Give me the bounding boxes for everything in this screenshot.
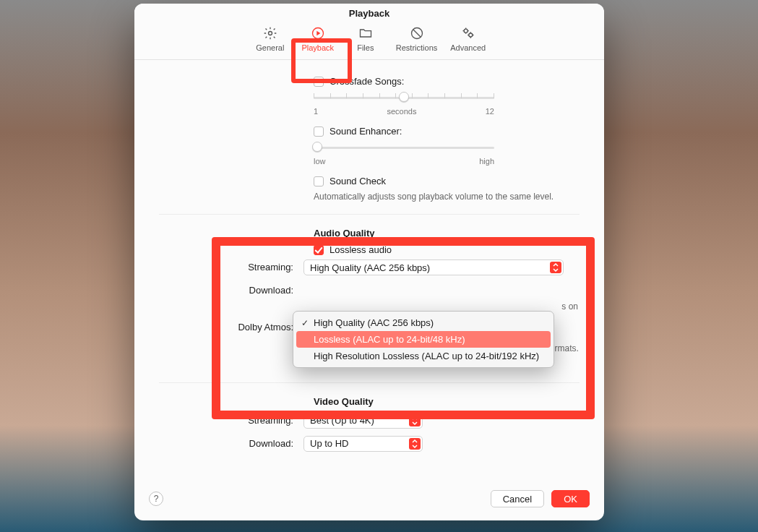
crossfade-min: 1 — [314, 107, 318, 116]
tab-general-label: General — [256, 43, 284, 52]
svg-point-4 — [469, 33, 473, 37]
audio-download-dropdown: High Quality (AAC 256 kbps) Lossless (AL… — [293, 311, 554, 368]
tab-playback-label: Playback — [301, 43, 334, 52]
lossless-audio-label: Lossless audio — [330, 244, 392, 255]
dropdown-option-hires-lossless[interactable]: High Resolution Lossless (ALAC up to 24-… — [296, 348, 551, 364]
tab-restrictions[interactable]: Restrictions — [395, 23, 439, 53]
tab-general[interactable]: General — [251, 23, 289, 53]
svg-point-3 — [464, 29, 468, 33]
video-download-value: Up to HD — [310, 438, 348, 449]
dropdown-option-label: High Resolution Lossless (ALAC up to 24-… — [314, 351, 539, 361]
chevron-updown-icon — [552, 263, 559, 272]
crossfade-max: 12 — [486, 107, 494, 116]
folder-icon — [358, 26, 373, 40]
dropdown-option-label: Lossless (ALAC up to 24-bit/48 kHz) — [314, 334, 465, 345]
preferences-window: Playback General Playback — [134, 4, 604, 520]
crossfade-slider[interactable]: 1 seconds 12 — [314, 91, 494, 116]
tab-advanced[interactable]: Advanced — [449, 23, 487, 53]
ok-button-label: OK — [564, 494, 577, 505]
chevron-updown-icon — [411, 416, 418, 425]
window-title: Playback — [134, 4, 604, 20]
enhancer-high: high — [479, 157, 494, 166]
audio-download-label: Download: — [159, 283, 303, 296]
enhancer-checkbox[interactable] — [314, 126, 324, 137]
enhancer-slider[interactable]: low high — [314, 141, 494, 166]
preferences-toolbar: General Playback Files — [134, 20, 604, 60]
video-download-select[interactable]: Up to HD — [303, 436, 423, 452]
chevron-updown-icon — [411, 439, 418, 448]
no-entry-icon — [410, 26, 424, 40]
audio-quality-heading: Audio Quality — [314, 228, 580, 239]
video-streaming-select[interactable]: Best (Up to 4K) — [303, 413, 423, 429]
dropdown-option-label: High Quality (AAC 256 kbps) — [314, 317, 434, 328]
tab-advanced-label: Advanced — [450, 43, 486, 52]
video-streaming-value: Best (Up to 4K) — [310, 415, 374, 426]
audio-note-suffix: s on — [561, 301, 578, 312]
crossfade-unit: seconds — [387, 107, 416, 116]
cancel-button-label: Cancel — [503, 494, 532, 505]
dropdown-option-high-quality[interactable]: High Quality (AAC 256 kbps) — [296, 314, 551, 331]
ok-button[interactable]: OK — [551, 490, 590, 507]
tab-restrictions-label: Restrictions — [396, 43, 437, 52]
help-button[interactable]: ? — [149, 492, 163, 506]
tab-playback[interactable]: Playback — [299, 23, 337, 53]
audio-streaming-value: High Quality (AAC 256 kbps) — [310, 262, 430, 273]
video-streaming-label: Streaming: — [159, 413, 303, 426]
audio-streaming-select[interactable]: High Quality (AAC 256 kbps) — [303, 259, 564, 275]
gear-icon — [263, 26, 277, 40]
dialog-footer: ? Cancel OK — [134, 480, 604, 520]
dropdown-option-lossless[interactable]: Lossless (ALAC up to 24-bit/48 kHz) — [296, 331, 551, 348]
help-icon-label: ? — [154, 494, 159, 504]
lossless-audio-checkbox[interactable] — [314, 245, 324, 255]
soundcheck-desc: Automatically adjusts song playback volu… — [314, 191, 580, 202]
enhancer-label: Sound Enhancer: — [330, 126, 402, 137]
soundcheck-checkbox[interactable] — [314, 176, 324, 186]
video-quality-heading: Video Quality — [314, 396, 580, 407]
cancel-button[interactable]: Cancel — [491, 490, 544, 507]
preferences-content: Crossfade Songs: 1 seconds 12 Sound Enha… — [134, 60, 604, 480]
dolby-atmos-label: Dolby Atmos: — [159, 319, 303, 332]
svg-point-0 — [268, 32, 272, 35]
tab-files[interactable]: Files — [347, 23, 384, 53]
crossfade-checkbox[interactable] — [314, 77, 324, 87]
play-circle-icon — [311, 26, 325, 40]
enhancer-low: low — [314, 157, 326, 166]
crossfade-label: Crossfade Songs: — [330, 76, 404, 87]
audio-streaming-label: Streaming: — [159, 259, 303, 273]
tab-files-label: Files — [357, 43, 374, 52]
video-download-label: Download: — [159, 436, 303, 449]
gears-icon — [461, 26, 475, 40]
soundcheck-label: Sound Check — [330, 176, 386, 186]
